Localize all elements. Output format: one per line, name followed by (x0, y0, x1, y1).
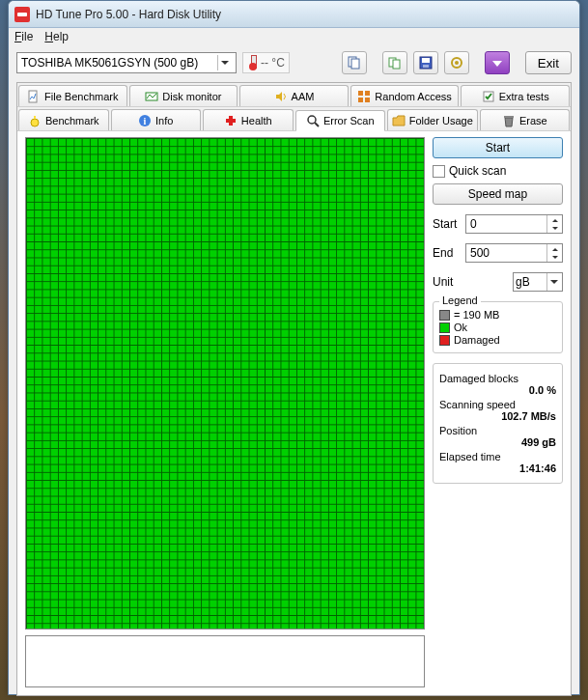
damaged-blocks-label: Damaged blocks (439, 373, 518, 384)
svg-rect-5 (422, 58, 430, 63)
svg-rect-9 (29, 91, 37, 102)
speed-map-button[interactable]: Speed map (433, 183, 563, 205)
random-access-icon (357, 90, 371, 103)
svg-point-22 (308, 116, 316, 124)
temperature-value: -- °C (261, 56, 285, 70)
stats-group: Damaged blocks0.0 % Scanning speed102.7 … (433, 363, 563, 484)
settings-button[interactable] (444, 51, 469, 74)
legend-swatch-damaged (439, 335, 450, 346)
tab-folder-usage[interactable]: Folder Usage (387, 109, 478, 130)
tab-erase[interactable]: Erase (480, 109, 571, 130)
svg-point-16 (31, 119, 39, 126)
folder-icon (392, 114, 406, 127)
speaker-icon (274, 90, 288, 103)
tab-random-access[interactable]: Random Access (350, 85, 460, 106)
unit-select[interactable]: gB (513, 272, 563, 292)
end-spinner[interactable]: 500 (465, 243, 563, 263)
exit-button[interactable]: Exit (525, 51, 572, 74)
elapsed-time-label: Elapsed time (439, 451, 501, 462)
toolbar: TOSHIBA MK5061GSYN (500 gB) -- °C Exit (9, 47, 579, 78)
svg-line-23 (315, 123, 319, 126)
quick-scan-checkbox[interactable] (433, 165, 445, 178)
app-icon (14, 7, 30, 22)
tab-disk-monitor[interactable]: Disk monitor (129, 85, 238, 106)
start-spinner[interactable]: 0 (465, 214, 563, 234)
file-benchmark-icon (27, 90, 41, 103)
disk-monitor-icon (145, 90, 158, 103)
legend-swatch-ok (439, 322, 450, 333)
legend-title: Legend (439, 294, 481, 306)
end-value: 500 (466, 244, 546, 262)
tab-benchmark[interactable]: Benchmark (18, 109, 109, 130)
legend-group: Legend = 190 MB Ok Damaged (433, 301, 563, 353)
magnifier-icon (306, 114, 320, 127)
menu-file[interactable]: File (14, 30, 33, 47)
start-value: 0 (466, 215, 546, 233)
svg-text:i: i (144, 116, 147, 126)
scan-grid (25, 137, 425, 630)
trash-icon (502, 114, 516, 127)
svg-rect-24 (504, 116, 514, 118)
spinner-down-icon[interactable] (547, 224, 562, 233)
titlebar[interactable]: HD Tune Pro 5.00 - Hard Disk Utility (9, 1, 579, 28)
tab-content: Start Quick scan Speed map Start 0 End (17, 131, 571, 695)
tab-error-scan[interactable]: Error Scan (295, 110, 386, 131)
tab-strip: File Benchmark Disk monitor AAM Random A… (17, 83, 571, 131)
svg-rect-13 (358, 98, 363, 102)
menubar: File Help (9, 28, 579, 47)
position-value: 499 gB (439, 436, 556, 448)
drive-select-text: TOSHIBA MK5061GSYN (500 gB) (21, 56, 198, 70)
save-button[interactable] (413, 51, 438, 74)
svg-rect-21 (226, 119, 236, 123)
benchmark-icon (28, 114, 42, 127)
tab-aam[interactable]: AAM (239, 85, 349, 106)
svg-rect-6 (423, 65, 429, 68)
elapsed-time-value: 1:41:46 (439, 462, 556, 474)
menu-help[interactable]: Help (44, 30, 69, 47)
window-title: HD Tune Pro 5.00 - Hard Disk Utility (36, 8, 221, 21)
tab-file-benchmark[interactable]: File Benchmark (18, 85, 127, 106)
end-label: End (433, 246, 462, 260)
legend-swatch-block (439, 310, 450, 321)
spinner-down-icon[interactable] (547, 253, 562, 262)
copy-screenshot-button[interactable] (382, 51, 407, 74)
temperature-display: -- °C (242, 52, 290, 73)
info-icon: i (138, 114, 152, 127)
tab-health[interactable]: Health (203, 109, 294, 130)
scanning-speed-value: 102.7 MB/s (439, 410, 556, 422)
unit-value: gB (516, 275, 530, 289)
svg-rect-17 (34, 116, 36, 119)
health-icon (224, 114, 238, 127)
tab-container: File Benchmark Disk monitor AAM Random A… (16, 82, 572, 696)
svg-rect-3 (393, 60, 400, 69)
damaged-blocks-value: 0.0 % (439, 384, 556, 396)
copy-info-button[interactable] (342, 51, 367, 74)
svg-point-8 (455, 61, 459, 65)
thermometer-icon (247, 55, 259, 70)
spinner-up-icon[interactable] (547, 215, 562, 224)
start-button[interactable]: Start (433, 137, 563, 158)
start-label: Start (433, 217, 462, 231)
app-window: HD Tune Pro 5.00 - Hard Disk Utility Fil… (8, 0, 580, 695)
minimize-to-tray-button[interactable] (485, 51, 510, 74)
extra-tests-icon (482, 90, 495, 103)
svg-rect-11 (358, 91, 363, 96)
svg-rect-12 (365, 91, 370, 96)
drive-select[interactable]: TOSHIBA MK5061GSYN (500 gB) (16, 52, 237, 73)
tab-extra-tests[interactable]: Extra tests (461, 85, 570, 106)
unit-label: Unit (433, 275, 509, 289)
svg-rect-1 (351, 59, 359, 69)
svg-rect-14 (365, 98, 370, 102)
scan-info-box (25, 635, 425, 687)
chevron-down-icon (546, 273, 560, 291)
scanning-speed-label: Scanning speed (439, 399, 516, 410)
chevron-down-icon (217, 55, 232, 70)
position-label: Position (439, 425, 477, 436)
quick-scan-label: Quick scan (449, 164, 506, 178)
spinner-up-icon[interactable] (547, 244, 562, 253)
tab-info[interactable]: i Info (111, 109, 202, 130)
